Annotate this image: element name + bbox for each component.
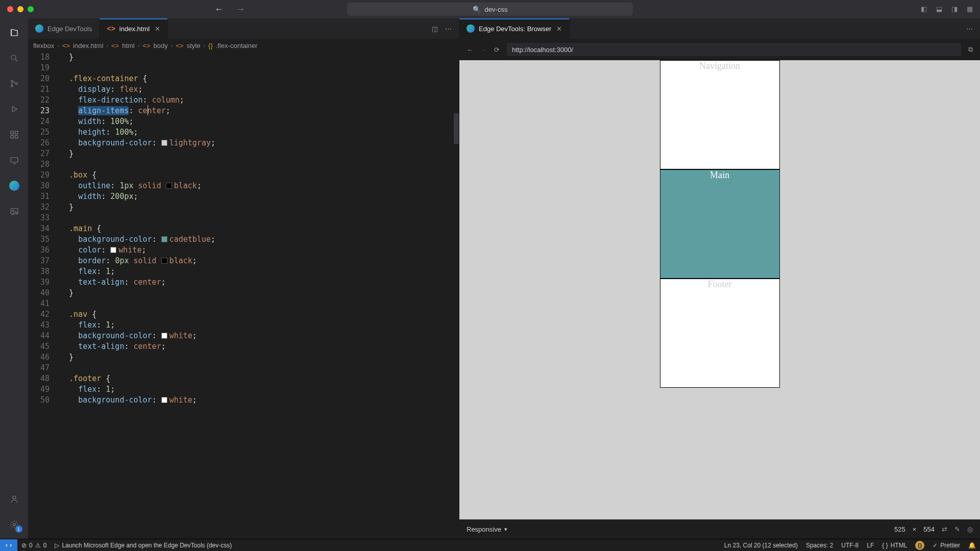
- code-content[interactable]: } .flex-container { display: flex; flex-…: [58, 52, 459, 539]
- tab-index-html[interactable]: <> index.html ✕: [100, 18, 168, 39]
- warning-icon: ⚠: [35, 542, 41, 549]
- breadcrumb-item[interactable]: style: [187, 42, 201, 49]
- maximize-window[interactable]: [28, 6, 34, 12]
- close-icon[interactable]: ✕: [155, 25, 160, 33]
- activity-image-icon[interactable]: [7, 204, 21, 218]
- activity-search-icon[interactable]: [7, 51, 21, 65]
- preview-statusbar: Responsive ▾ 525 × 554 ⇄ ✎ ◎: [459, 519, 980, 539]
- svg-point-2: [11, 85, 13, 87]
- svg-point-11: [13, 496, 16, 499]
- command-center[interactable]: 🔍 dev-css: [347, 3, 633, 16]
- tab-edge-devtools[interactable]: Edge DevTools: [28, 18, 100, 39]
- viewport-height[interactable]: 554: [923, 525, 935, 533]
- breadcrumb-item[interactable]: .flex-container: [216, 42, 258, 49]
- activity-extensions-icon[interactable]: [7, 128, 21, 142]
- tab-label: Edge DevTools: Browser: [479, 25, 551, 33]
- url-input[interactable]: [507, 43, 961, 56]
- svg-rect-8: [11, 158, 18, 162]
- check-icon: ✓: [933, 542, 938, 549]
- window-controls: [0, 6, 34, 12]
- debug-icon: ▷: [55, 542, 59, 549]
- svg-point-3: [15, 83, 17, 85]
- bell-icon: 🔔: [968, 542, 976, 549]
- panel-bottom-icon[interactable]: ⬓: [936, 5, 944, 13]
- rotate-icon[interactable]: ⇄: [942, 525, 947, 533]
- dims-sep: ×: [913, 525, 917, 533]
- preview-footer: Footer: [660, 279, 780, 388]
- screenshot-icon[interactable]: ✎: [954, 525, 960, 533]
- status-language[interactable]: { }HTML: [878, 542, 911, 549]
- activity-scm-icon[interactable]: [7, 77, 21, 91]
- breadcrumb-item[interactable]: html: [122, 42, 135, 49]
- activity-explorer-icon[interactable]: [7, 26, 21, 40]
- svg-point-0: [11, 55, 16, 60]
- launch-label: Launch Microsoft Edge and open the Edge …: [62, 542, 232, 549]
- more-actions-icon[interactable]: ⋯: [445, 25, 452, 33]
- html-file-icon: <>: [62, 42, 70, 49]
- close-window[interactable]: [7, 6, 13, 12]
- browser-forward-icon[interactable]: →: [480, 46, 487, 54]
- status-cursor[interactable]: Ln 23, Col 20 (12 selected): [720, 542, 802, 549]
- svg-point-12: [13, 523, 15, 526]
- remote-button[interactable]: [0, 539, 17, 551]
- activity-remote-icon[interactable]: [7, 153, 21, 167]
- nav-forward-icon[interactable]: →: [236, 4, 245, 15]
- code-editor[interactable]: 1819202122232425262728293031323334353637…: [28, 52, 459, 539]
- breadcrumb-item[interactable]: flexbox: [33, 42, 54, 49]
- nav-back-icon[interactable]: ←: [214, 4, 224, 15]
- error-icon: ⊘: [21, 542, 27, 549]
- more-actions-icon[interactable]: ⋯: [966, 25, 973, 33]
- breadcrumb-item[interactable]: body: [154, 42, 168, 49]
- preview-main: Main: [660, 169, 780, 279]
- responsive-label: Responsive: [467, 525, 501, 533]
- preview-frame: Navigation Main Footer: [660, 60, 780, 519]
- breadcrumb-item[interactable]: index.html: [73, 42, 103, 49]
- inspect-icon[interactable]: ◎: [967, 525, 973, 533]
- panel-left-icon[interactable]: ◧: [921, 5, 929, 13]
- chevron-down-icon: ▾: [504, 526, 507, 533]
- tab-edge-browser[interactable]: Edge DevTools: Browser ✕: [459, 18, 570, 39]
- split-editor-icon[interactable]: ◫: [432, 25, 438, 33]
- status-problems[interactable]: ⊘0 ⚠0: [17, 542, 51, 549]
- editor-left: Edge DevTools <> index.html ✕ ◫ ⋯ flexbo…: [28, 18, 459, 539]
- status-notifications[interactable]: 🔔: [964, 542, 980, 549]
- open-devtools-icon[interactable]: ⧉: [968, 45, 973, 54]
- responsive-dropdown[interactable]: Responsive ▾: [467, 525, 507, 533]
- browser-reload-icon[interactable]: ⟳: [494, 46, 500, 54]
- svg-rect-4: [11, 131, 13, 134]
- activity-account-icon[interactable]: [7, 492, 21, 506]
- status-launch-task[interactable]: ▷ Launch Microsoft Edge and open the Edg…: [51, 542, 236, 549]
- svg-rect-7: [15, 136, 17, 138]
- titlebar: ← → 🔍 dev-css ◧ ⬓ ◨ ▦: [0, 0, 980, 18]
- activity-edge-icon[interactable]: [7, 179, 21, 193]
- status-indent[interactable]: Spaces: 2: [802, 542, 837, 549]
- status-prettier[interactable]: ✓Prettier: [928, 542, 964, 549]
- tab-label: Edge DevTools: [47, 25, 92, 33]
- status-encoding[interactable]: UTF-8: [837, 542, 863, 549]
- viewport-width[interactable]: 525: [894, 525, 905, 533]
- activity-settings-icon[interactable]: 1: [7, 517, 21, 532]
- breadcrumbs[interactable]: flexbox› <> index.html› <> html› <> body…: [28, 39, 459, 52]
- line-gutter: 1819202122232425262728293031323334353637…: [28, 52, 58, 539]
- tabstrip-right: Edge DevTools: Browser ✕ ⋯: [459, 18, 980, 39]
- close-icon[interactable]: ✕: [556, 25, 562, 33]
- activity-debug-icon[interactable]: [7, 102, 21, 116]
- browser-back-icon[interactable]: ←: [467, 46, 473, 54]
- status-eol[interactable]: LF: [863, 542, 878, 549]
- svg-point-10: [12, 210, 14, 212]
- tag-icon: <>: [111, 42, 119, 49]
- status-bar: ⊘0 ⚠0 ▷ Launch Microsoft Edge and open t…: [0, 539, 980, 551]
- preview-viewport[interactable]: Navigation Main Footer: [459, 60, 980, 519]
- tag-icon: <>: [176, 42, 183, 49]
- code-icon: { }: [882, 542, 888, 549]
- minimap-slider[interactable]: [454, 113, 459, 144]
- edge-icon: [35, 24, 43, 33]
- command-center-label: dev-css: [485, 6, 508, 13]
- svg-rect-6: [11, 136, 13, 138]
- status-bracket-colorizer[interactable]: {}: [911, 541, 928, 550]
- panel-right-icon[interactable]: ◨: [951, 5, 960, 13]
- layout-grid-icon[interactable]: ▦: [967, 5, 975, 13]
- html-file-icon: <>: [107, 24, 115, 33]
- minimize-window[interactable]: [17, 6, 23, 12]
- svg-point-1: [11, 81, 13, 83]
